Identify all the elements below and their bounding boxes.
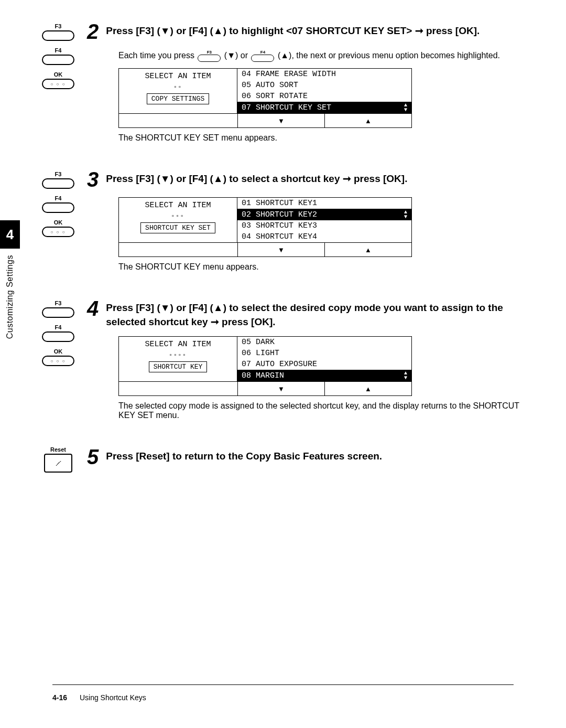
lcd-spacer — [119, 114, 237, 127]
lcd-row: 05 DARK — [237, 337, 411, 348]
lcd-up-button: ▲ — [324, 243, 411, 256]
ok-shape: ○ ○ ○ — [42, 356, 74, 366]
ok-key: OK○ ○ ○ — [42, 348, 74, 366]
lcd-row-text: 02 SHORTCUT KEY2 — [242, 210, 317, 219]
keystack-4: F3 F4 OK○ ○ ○ — [29, 298, 87, 366]
step-caption: The selected copy mode is assigned to th… — [118, 401, 535, 420]
lcd-crumb: ▫▫▫▫ — [169, 352, 187, 358]
step-number: 2 — [87, 21, 99, 42]
lcd-row: 05 AUTO SORT — [237, 80, 411, 91]
step-caption: The SHORTCUT KEY SET menu appears. — [118, 133, 535, 143]
step-5: Reset ⟋ 5 Press [Reset] to return to the… — [29, 446, 535, 475]
scroll-arrows-icon: ▲▼ — [404, 371, 407, 380]
inline-key-shape — [251, 55, 274, 62]
lcd-row-text: 07 SHORTCUT KEY SET — [242, 103, 331, 112]
lcd-row-text: 03 SHORTCUT KEY3 — [242, 221, 317, 230]
inline-f3-label: F3 — [207, 50, 212, 55]
lcd-row: 01 SHORTCUT KEY1 — [237, 198, 411, 209]
desc-part-a: Each time you press — [118, 51, 197, 60]
step-caption: The SHORTCUT KEY menu appears. — [118, 262, 535, 272]
chapter-number: 4 — [0, 220, 20, 249]
lcd-row: 04 FRAME ERASE WIDTH — [237, 69, 411, 80]
f3-key: F3 — [42, 171, 74, 189]
f4-key: F4 — [42, 324, 74, 342]
lcd-row-text: 07 AUTO EXPOSURE — [242, 360, 317, 369]
lcd-left-title: SELECT AN ITEM — [145, 201, 211, 210]
lcd-row: 03 SHORTCUT KEY3 — [237, 220, 411, 231]
ok-key: OK○ ○ ○ — [42, 219, 74, 237]
f3-label: F3 — [55, 23, 62, 29]
lcd-row-text: 05 DARK — [242, 338, 275, 347]
step-desc: Each time you press F3 (▼) or F4 (▲), th… — [118, 49, 535, 62]
reset-shape: ⟋ — [44, 454, 72, 473]
lcd-down-button: ▼ — [237, 114, 324, 127]
lcd-up-button: ▲ — [324, 382, 411, 395]
ok-shape: ○ ○ ○ — [42, 227, 74, 237]
scroll-arrows-icon: ▲▼ — [404, 103, 407, 112]
ok-label: OK — [54, 348, 63, 355]
keystack-3: F3 F4 OK○ ○ ○ — [29, 169, 87, 237]
f4-shape — [42, 55, 74, 65]
page-number: 4-16 — [52, 693, 67, 702]
lcd-crumb-box: COPY SETTINGS — [147, 93, 209, 104]
lcd-row-text: 06 LIGHT — [242, 349, 279, 358]
f4-key: F4 — [42, 47, 74, 65]
lcd-row-text: 08 MARGIN — [242, 371, 284, 380]
step-number: 4 — [87, 298, 99, 319]
f3-label: F3 — [55, 300, 62, 306]
f3-label: F3 — [55, 171, 62, 177]
step-3: F3 F4 OK○ ○ ○ 3 Press [F3] (▼) or [F4] (… — [29, 169, 535, 272]
ok-label: OK — [54, 71, 63, 78]
ok-shape: ○ ○ ○ — [42, 79, 74, 89]
f3-shape — [42, 178, 74, 189]
lcd-left-title: SELECT AN ITEM — [145, 340, 211, 349]
f3-shape — [42, 30, 74, 41]
lcd-row-selected: 07 SHORTCUT KEY SET▲▼ — [237, 102, 411, 113]
f3-shape — [42, 307, 74, 318]
lcd-down-button: ▼ — [237, 243, 324, 256]
f4-label: F4 — [55, 47, 62, 53]
desc-part-b: (▼) or — [224, 51, 251, 60]
lcd-left-title: SELECT AN ITEM — [145, 72, 211, 81]
scroll-arrows-icon: ▲▼ — [404, 210, 407, 219]
f3-key: F3 — [42, 300, 74, 318]
lcd-row-text: 04 FRAME ERASE WIDTH — [242, 70, 336, 79]
step-4: F3 F4 OK○ ○ ○ 4 Press [F3] (▼) or [F4] (… — [29, 298, 535, 420]
ok-key: OK ○ ○ ○ — [42, 71, 74, 89]
f4-shape — [42, 202, 74, 213]
step-title: Press [F3] (▼) or [F4] (▲) to select a s… — [106, 169, 407, 186]
inline-f4-label: F4 — [260, 50, 265, 55]
lcd-row-text: 06 SORT ROTATE — [242, 92, 308, 101]
desc-part-c: (▲), the next or previous menu option be… — [278, 51, 500, 60]
step-title: Press [F3] (▼) or [F4] (▲) to select the… — [106, 298, 535, 329]
lcd-row: 06 LIGHT — [237, 348, 411, 359]
lcd-crumb-box: SHORTCUT KEY — [149, 361, 208, 372]
lcd-row: 04 SHORTCUT KEY4 — [237, 231, 411, 242]
lcd-screen: SELECT AN ITEM ▫▫▫ SHORTCUT KEY SET 01 S… — [118, 197, 412, 257]
f4-shape — [42, 331, 74, 342]
lcd-down-button: ▼ — [237, 382, 324, 395]
lcd-row: 07 AUTO EXPOSURE — [237, 359, 411, 370]
lcd-screen: SELECT AN ITEM ▫▫▫▫ SHORTCUT KEY 05 DARK… — [118, 336, 412, 396]
lcd-spacer — [119, 382, 237, 395]
lcd-spacer — [119, 243, 237, 256]
page-footer: 4-16 Using Shortcut Keys — [52, 684, 514, 702]
step-number: 5 — [87, 446, 99, 467]
f4-label: F4 — [55, 324, 62, 330]
step-title: Press [F3] (▼) or [F4] (▲) to highlight … — [106, 21, 480, 38]
lcd-row-text: 01 SHORTCUT KEY1 — [242, 199, 317, 208]
lcd-row-selected: 02 SHORTCUT KEY2▲▼ — [237, 209, 411, 220]
reset-key: Reset ⟋ — [44, 446, 72, 473]
lcd-crumb-box: SHORTCUT KEY SET — [140, 222, 215, 233]
side-tab: 4 Customizing Settings — [0, 220, 20, 346]
f4-key: F4 — [42, 195, 74, 213]
lcd-up-button: ▲ — [324, 114, 411, 127]
reset-label: Reset — [50, 446, 66, 453]
step-title: Press [Reset] to return to the Copy Basi… — [106, 446, 382, 464]
lcd-row-selected: 08 MARGIN▲▼ — [237, 370, 411, 381]
keystack-5: Reset ⟋ — [29, 446, 87, 473]
keystack-2: F3 F4 OK ○ ○ ○ — [29, 21, 87, 89]
lcd-row-text: 04 SHORTCUT KEY4 — [242, 232, 317, 241]
footer-title: Using Shortcut Keys — [80, 693, 146, 702]
lcd-crumb: ▫▫ — [173, 84, 182, 90]
